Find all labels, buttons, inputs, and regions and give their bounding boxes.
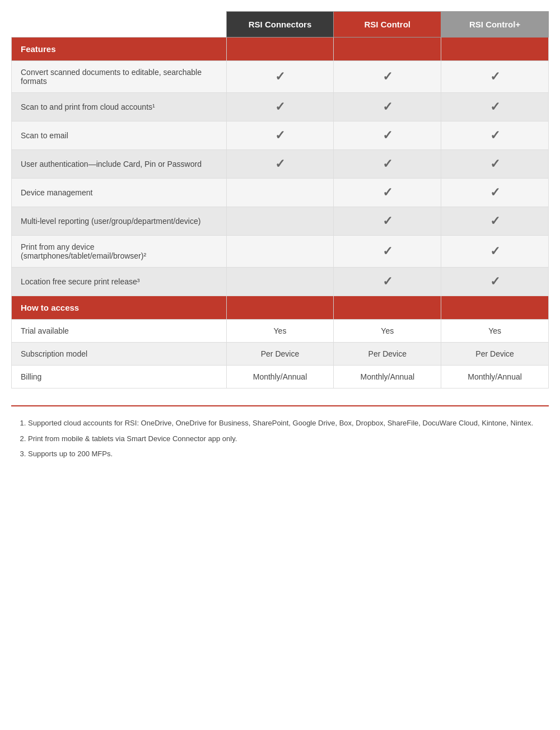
access-col1-value: Yes	[226, 320, 334, 343]
feature-col3-check: ✓	[441, 93, 549, 121]
access-col3-value: Monthly/Annual	[441, 366, 549, 389]
access-col2-value: Yes	[334, 320, 441, 343]
feature-col3-check: ✓	[441, 179, 549, 207]
footnotes-section: Supported cloud accounts for RSI: OneDri…	[11, 418, 549, 460]
access-col2-value: Monthly/Annual	[334, 366, 441, 389]
feature-col1-check	[226, 268, 334, 296]
access-col1-value: Monthly/Annual	[226, 366, 334, 389]
feature-col2-check: ✓	[334, 179, 441, 207]
access-col3-value: Per Device	[441, 343, 549, 366]
feature-row: User authentication—include Card, Pin or…	[12, 150, 549, 179]
feature-col3-check: ✓	[441, 207, 549, 236]
feature-row: Print from any device (smartphones/table…	[12, 236, 549, 268]
feature-col1-check: ✓	[226, 150, 334, 179]
comparison-table: RSI Connectors RSI Control RSI Control+ …	[11, 11, 549, 389]
control-column-header: RSI Control	[334, 12, 441, 38]
section-header-row: Features	[12, 38, 549, 61]
feature-label: Scan to and print from cloud accounts¹	[12, 93, 227, 121]
feature-col2-check: ✓	[334, 61, 441, 93]
feature-col1-check: ✓	[226, 121, 334, 150]
controlplus-column-header: RSI Control+	[441, 12, 549, 38]
feature-col1-check	[226, 207, 334, 236]
feature-col3-check: ✓	[441, 61, 549, 93]
feature-col1-check: ✓	[226, 61, 334, 93]
access-label: Trial available	[12, 320, 227, 343]
feature-label: Print from any device (smartphones/table…	[12, 236, 227, 268]
feature-row: Multi-level reporting (user/group/depart…	[12, 207, 549, 236]
feature-col3-check: ✓	[441, 236, 549, 268]
feature-col3-check: ✓	[441, 121, 549, 150]
feature-label: User authentication—include Card, Pin or…	[12, 150, 227, 179]
feature-label: Device management	[12, 179, 227, 207]
section-header-col4	[441, 38, 549, 61]
section-header-row: How to access	[12, 296, 549, 320]
feature-col2-check: ✓	[334, 121, 441, 150]
access-row: Trial availableYesYesYes	[12, 320, 549, 343]
table-body: FeaturesConvert scanned documents to edi…	[12, 38, 549, 389]
feature-column-header	[12, 12, 227, 38]
section-header-label: How to access	[12, 296, 227, 320]
section-header-col2	[226, 38, 334, 61]
feature-col2-check: ✓	[334, 236, 441, 268]
section-header-col3	[334, 296, 441, 320]
feature-col1-check	[226, 179, 334, 207]
access-col2-value: Per Device	[334, 343, 441, 366]
feature-col2-check: ✓	[334, 150, 441, 179]
section-header-col4	[441, 296, 549, 320]
access-row: BillingMonthly/AnnualMonthly/AnnualMonth…	[12, 366, 549, 389]
feature-col2-check: ✓	[334, 93, 441, 121]
table-divider	[11, 405, 549, 406]
feature-col2-check: ✓	[334, 207, 441, 236]
section-header-col2	[226, 296, 334, 320]
table-header-row: RSI Connectors RSI Control RSI Control+	[12, 12, 549, 38]
feature-row: Scan to email✓✓✓	[12, 121, 549, 150]
access-row: Subscription modelPer DevicePer DevicePe…	[12, 343, 549, 366]
access-label: Subscription model	[12, 343, 227, 366]
footnote-3: Supports up to 200 MFPs.	[28, 448, 543, 460]
feature-col2-check: ✓	[334, 268, 441, 296]
feature-row: Scan to and print from cloud accounts¹✓✓…	[12, 93, 549, 121]
feature-label: Convert scanned documents to editable, s…	[12, 61, 227, 93]
feature-col1-check: ✓	[226, 93, 334, 121]
section-header-col3	[334, 38, 441, 61]
feature-row: Device management✓✓	[12, 179, 549, 207]
footnote-1: Supported cloud accounts for RSI: OneDri…	[28, 418, 543, 429]
access-label: Billing	[12, 366, 227, 389]
access-col1-value: Per Device	[226, 343, 334, 366]
feature-label: Location free secure print release³	[12, 268, 227, 296]
footnote-2: Print from mobile & tablets via Smart De…	[28, 433, 543, 444]
access-col3-value: Yes	[441, 320, 549, 343]
footnotes-list: Supported cloud accounts for RSI: OneDri…	[17, 418, 543, 460]
feature-row: Location free secure print release³✓✓	[12, 268, 549, 296]
feature-label: Multi-level reporting (user/group/depart…	[12, 207, 227, 236]
feature-row: Convert scanned documents to editable, s…	[12, 61, 549, 93]
connectors-column-header: RSI Connectors	[226, 12, 334, 38]
section-header-label: Features	[12, 38, 227, 61]
feature-col1-check	[226, 236, 334, 268]
feature-col3-check: ✓	[441, 150, 549, 179]
feature-label: Scan to email	[12, 121, 227, 150]
feature-col3-check: ✓	[441, 268, 549, 296]
